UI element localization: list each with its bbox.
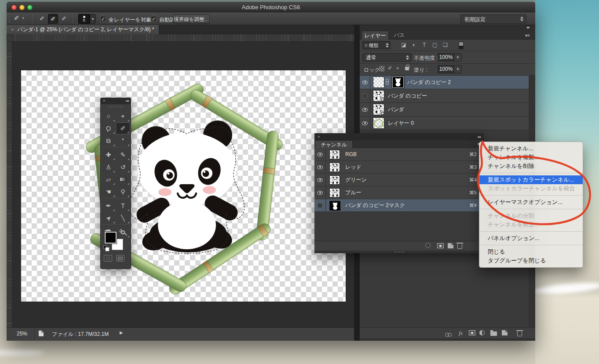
menu-item[interactable]: 新規スポットカラーチャンネル...: [479, 175, 583, 184]
type-tool[interactable]: T: [116, 200, 130, 212]
menu-item[interactable]: [479, 245, 583, 245]
layer-visibility-toggle[interactable]: [360, 89, 370, 102]
delete-layer-icon[interactable]: [517, 331, 522, 336]
subtract-from-selection-mode-button[interactable]: ✐: [59, 14, 69, 24]
refine-edge-button[interactable]: 境界線を調整...: [173, 15, 210, 24]
filter-smart-object-icon[interactable]: ❏: [443, 42, 448, 48]
filter-shape-layers-icon[interactable]: ▢: [432, 42, 437, 48]
smudge-tool[interactable]: ☚: [101, 186, 116, 198]
channel-visibility-toggle[interactable]: [314, 199, 326, 211]
channels-titlebar[interactable]: ×◂◂: [314, 133, 484, 140]
layer-visibility-toggle[interactable]: [360, 103, 370, 116]
filter-kind-dropdown[interactable]: ⚲種類: [362, 41, 391, 49]
quick-selection-tool[interactable]: ✐: [116, 122, 130, 135]
layer-row[interactable]: パンダ のコピー 2: [360, 76, 529, 89]
auto-enhance-checkbox[interactable]: ✓: [151, 16, 157, 22]
add-to-selection-mode-button[interactable]: ✐: [48, 14, 58, 24]
layers-panel-menu-icon[interactable]: ▾≡: [525, 33, 530, 38]
layer-mask-thumbnail[interactable]: [392, 76, 404, 88]
spot-healing-brush-tool[interactable]: ✚: [101, 149, 116, 161]
blend-mode-dropdown[interactable]: 通常: [362, 53, 412, 62]
menu-item[interactable]: [479, 173, 583, 173]
lock-position-icon[interactable]: ⌖: [396, 66, 399, 71]
clone-stamp-tool[interactable]: ♙: [101, 161, 116, 173]
layer-row[interactable]: パンダ のコピー: [360, 89, 529, 103]
move-tool[interactable]: ⌖: [116, 110, 130, 122]
menu-item[interactable]: チャンネルを統合...: [479, 220, 583, 229]
sample-all-layers-checkbox[interactable]: ✓: [100, 16, 106, 22]
layer-thumbnail[interactable]: [373, 76, 384, 88]
channel-visibility-toggle[interactable]: [314, 148, 326, 160]
tool-preset-picker[interactable]: ✐▼: [14, 15, 31, 23]
menu-item[interactable]: チャンネルを削除: [479, 162, 583, 171]
save-selection-icon[interactable]: [437, 243, 444, 248]
menu-item[interactable]: パネルオプション...: [479, 234, 583, 243]
opacity-value[interactable]: 100%: [438, 53, 454, 62]
menu-item[interactable]: チャンネルの分割: [479, 211, 583, 220]
link-layers-icon[interactable]: [445, 332, 452, 336]
eraser-tool[interactable]: ▱: [101, 173, 116, 186]
brush-picker-arrow[interactable]: ▼: [90, 14, 96, 24]
channel-visibility-toggle[interactable]: [314, 161, 326, 173]
layer-visibility-toggle[interactable]: [360, 116, 370, 130]
options-bar-grip[interactable]: [8, 15, 10, 23]
pen-tool[interactable]: ✒: [101, 200, 116, 212]
menu-item[interactable]: 閉じる: [479, 248, 583, 256]
lock-pixels-icon[interactable]: ✐: [388, 66, 392, 71]
new-channel-icon[interactable]: [448, 243, 453, 248]
channel-row[interactable]: グリーン ⌘4: [314, 174, 484, 186]
menu-item[interactable]: [479, 209, 583, 209]
adjustment-layer-icon[interactable]: [479, 330, 485, 335]
lasso-tool[interactable]: Ϙ: [101, 122, 116, 135]
layer-row[interactable]: レイヤー 0: [360, 116, 529, 130]
tools-grip[interactable]: [109, 106, 122, 108]
tab-paths[interactable]: パス: [390, 31, 409, 40]
elliptical-marquee-tool[interactable]: ○: [101, 110, 116, 122]
document-tab[interactable]: ×パンダ-1 @ 25% (パンダ のコピー 2, レイヤーマスク/8) *: [7, 25, 159, 34]
menu-item[interactable]: スポットカラーチャンネルを統合: [479, 184, 583, 193]
layer-thumbnail[interactable]: [373, 104, 384, 115]
collapse-icon[interactable]: ◂◂: [125, 98, 128, 104]
gradient-tool[interactable]: [116, 173, 130, 186]
lock-all-icon[interactable]: [405, 67, 409, 70]
filter-type-layers-icon[interactable]: T: [423, 42, 426, 48]
layer-visibility-toggle[interactable]: [360, 76, 370, 89]
quick-mask-button[interactable]: [104, 255, 112, 262]
brush-tool[interactable]: ✎: [116, 149, 130, 161]
channel-row[interactable]: レッド ⌘3: [314, 161, 484, 174]
menu-item[interactable]: 新規チャンネル...: [479, 144, 583, 153]
menu-item[interactable]: タブグループを閉じる: [479, 256, 583, 265]
close-tab-icon[interactable]: ×: [11, 27, 14, 32]
crop-tool[interactable]: ⧉: [101, 135, 116, 147]
close-icon[interactable]: ×: [318, 135, 320, 139]
layer-thumbnail[interactable]: [373, 90, 384, 102]
horizontal-ruler[interactable]: [12, 34, 354, 42]
menu-item[interactable]: [479, 195, 583, 196]
menu-item[interactable]: レイヤーマスクオプション...: [479, 198, 583, 207]
channel-row[interactable]: RGB ⌘2: [314, 148, 484, 161]
fill-arrow[interactable]: ▼: [454, 65, 462, 73]
collapse-icon[interactable]: ◂◂: [477, 133, 480, 140]
status-menu-arrow[interactable]: ▶: [120, 330, 123, 335]
opacity-arrow[interactable]: ▼: [454, 53, 462, 62]
workspace-preset-dropdown[interactable]: 初期設定: [460, 15, 526, 24]
tab-layers[interactable]: レイヤー: [362, 31, 389, 40]
default-colors-icon[interactable]: [103, 245, 107, 249]
line-tool[interactable]: ╲: [116, 212, 130, 224]
add-layer-mask-icon[interactable]: [469, 330, 475, 335]
eyedropper-tool[interactable]: ❜: [116, 135, 130, 147]
dodge-tool[interactable]: ⚲: [116, 186, 130, 198]
new-selection-mode-button[interactable]: ✐: [37, 14, 47, 24]
lock-transparency-icon[interactable]: [379, 66, 384, 71]
filter-adjustment-layers-icon[interactable]: ◐: [413, 42, 416, 48]
channel-visibility-toggle[interactable]: [314, 174, 326, 186]
menu-item[interactable]: チャンネルを複製...: [479, 153, 583, 162]
foreground-color-swatch[interactable]: [105, 232, 117, 244]
channel-row[interactable]: ブルー ⌘5: [314, 186, 484, 199]
tab-channels[interactable]: チャンネル: [315, 140, 353, 148]
close-icon[interactable]: ×: [103, 98, 105, 103]
history-brush-tool[interactable]: ↺: [116, 161, 130, 173]
new-group-icon[interactable]: [490, 331, 497, 336]
screen-mode-button[interactable]: [116, 255, 124, 262]
fill-value[interactable]: 100%: [438, 65, 454, 73]
